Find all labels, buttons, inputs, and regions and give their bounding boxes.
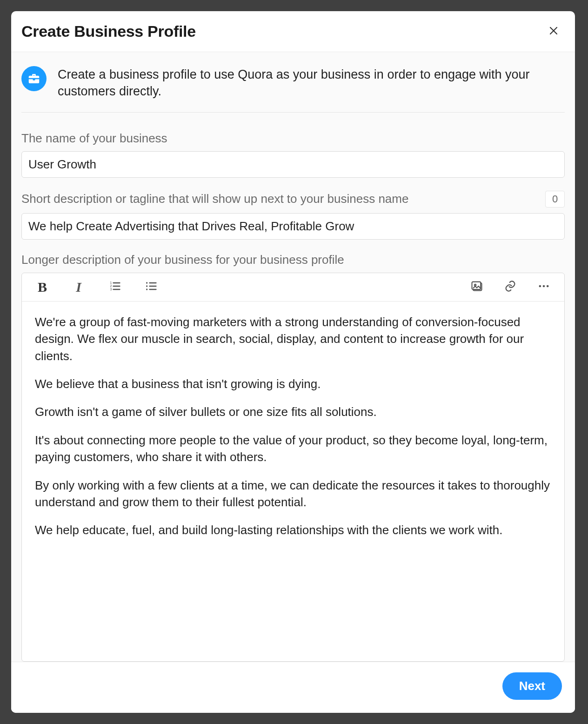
business-name-field: The name of your business [21,131,565,178]
close-icon [548,25,559,38]
description-paragraph: We're a group of fast-moving marketers w… [35,314,551,364]
link-icon [504,280,517,294]
italic-icon: I [76,279,81,295]
svg-point-19 [547,285,549,288]
bold-button[interactable]: B [35,280,50,295]
description-paragraph: We help educate, fuel, and build long-la… [35,522,551,538]
ordered-list-icon: 1 2 3 [108,280,121,294]
description-paragraph: Growth isn't a game of silver bullets or… [35,403,551,420]
description-paragraph: We believe that a business that isn't gr… [35,375,551,392]
close-button[interactable] [546,23,561,40]
svg-point-12 [146,286,147,287]
image-button[interactable] [469,280,484,295]
intro-section: Create a business profile to use Quora a… [21,66,565,113]
italic-button[interactable]: I [71,280,86,295]
bold-icon: B [38,279,47,295]
briefcase-icon [21,66,47,91]
modal-footer: Next [11,662,575,713]
tagline-label: Short description or tagline that will s… [21,192,408,206]
modal-header: Create Business Profile [11,11,575,52]
description-field: Longer description of your business for … [21,253,565,662]
image-icon [470,280,483,294]
more-icon [537,280,550,294]
description-paragraph: By only working with a few clients at a … [35,477,551,511]
description-paragraph: It's about connecting more people to the… [35,432,551,466]
svg-text:1: 1 [110,282,112,285]
unordered-list-icon [145,280,158,294]
business-name-label: The name of your business [21,131,167,146]
link-button[interactable] [503,280,518,295]
description-label: Longer description of your business for … [21,253,344,267]
intro-text: Create a business profile to use Quora a… [58,66,565,100]
svg-point-17 [539,285,541,288]
tagline-input[interactable] [21,213,565,240]
unordered-list-button[interactable] [144,280,159,295]
svg-point-18 [543,285,545,288]
create-business-profile-modal: Create Business Profile Create a busines… [11,11,575,713]
business-name-input[interactable] [21,151,565,178]
rich-text-editor: B I 1 2 3 [21,273,565,662]
editor-toolbar: B I 1 2 3 [22,273,564,302]
next-button[interactable]: Next [502,672,562,700]
svg-text:2: 2 [110,285,112,288]
svg-point-11 [146,282,147,284]
svg-text:3: 3 [110,288,112,291]
ordered-list-button[interactable]: 1 2 3 [107,280,122,295]
more-button[interactable] [536,280,551,295]
modal-title: Create Business Profile [21,22,196,40]
svg-point-13 [146,289,147,290]
modal-body: Create a business profile to use Quora a… [11,52,575,662]
tagline-char-count: 0 [545,191,565,208]
tagline-field: Short description or tagline that will s… [21,191,565,240]
description-textarea[interactable]: We're a group of fast-moving marketers w… [22,302,564,661]
